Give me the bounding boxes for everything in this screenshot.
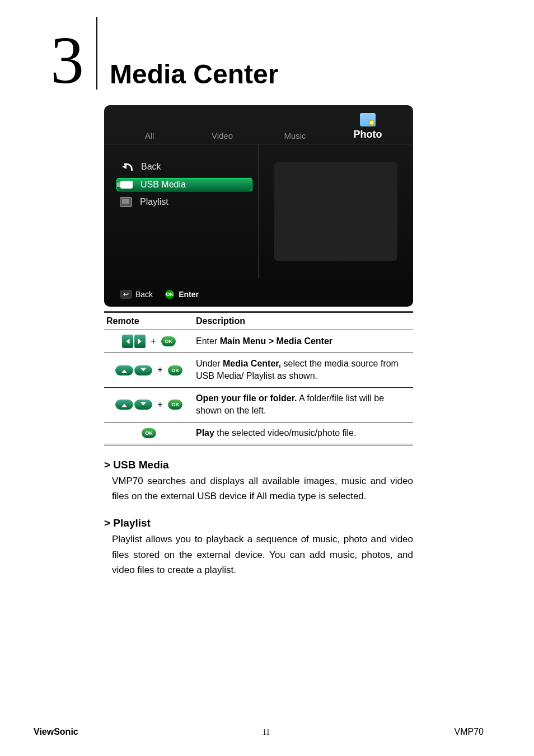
remote-cell: + OK bbox=[104, 353, 194, 388]
remote-description-table: Remote Description + OK Enter Main Menu … bbox=[104, 311, 413, 445]
tab-photo: Photo bbox=[337, 113, 399, 144]
list-item-label: Back bbox=[141, 162, 161, 172]
section-heading: > Playlist bbox=[104, 517, 413, 529]
description-cell: Enter Main Menu > Media Center bbox=[194, 330, 413, 353]
hint-enter-label: Enter bbox=[179, 290, 199, 299]
footer-brand: ViewSonic bbox=[34, 727, 78, 737]
list-item-playlist: Playlist bbox=[120, 197, 252, 207]
list-item-usb-media: USB Media bbox=[116, 178, 252, 191]
section-playlist: > Playlist Playlist allows you to playba… bbox=[104, 517, 413, 577]
table-row: OK Play the selected video/music/photo f… bbox=[104, 422, 413, 444]
remote-left-icon bbox=[122, 335, 133, 348]
list-item-label: Playlist bbox=[140, 197, 168, 207]
remote-ok-icon: OK bbox=[161, 336, 176, 346]
chapter-number: 3 bbox=[50, 27, 84, 94]
remote-down-icon bbox=[134, 365, 152, 375]
remote-ok-icon: OK bbox=[168, 400, 182, 410]
list-item-back: Back bbox=[120, 161, 252, 172]
tab-photo-label: Photo bbox=[354, 129, 382, 140]
remote-down-icon bbox=[134, 400, 152, 410]
description-cell: Under Media Center, select the media sou… bbox=[194, 353, 413, 388]
remote-ok-icon: OK bbox=[168, 365, 182, 375]
onscreen-hints: Back OK Enter bbox=[120, 290, 199, 299]
plus-sign: + bbox=[157, 398, 162, 411]
hint-back: Back bbox=[120, 290, 153, 299]
remote-up-icon bbox=[115, 400, 133, 410]
remote-cell: OK bbox=[104, 422, 194, 444]
hint-enter: OK Enter bbox=[165, 290, 199, 299]
usb-icon bbox=[120, 181, 133, 189]
page-footer: ViewSonic 11 VMP70 bbox=[0, 727, 534, 737]
col-header-description: Description bbox=[194, 312, 413, 330]
plus-sign: + bbox=[151, 335, 156, 348]
hint-back-label: Back bbox=[135, 290, 153, 299]
description-cell: Open your file or folder. A folder/file … bbox=[194, 387, 413, 422]
remote-cell: + OK bbox=[104, 387, 194, 422]
chapter-header: 3 Media Center bbox=[50, 17, 467, 94]
tab-video: Video bbox=[191, 131, 253, 144]
remote-right-icon bbox=[134, 335, 146, 348]
remote-up-icon bbox=[115, 365, 133, 375]
media-tabs: All Video Music Photo bbox=[104, 105, 413, 144]
section-heading: > USB Media bbox=[104, 459, 413, 471]
remote-cell: + OK bbox=[104, 330, 194, 353]
col-header-remote: Remote bbox=[104, 312, 194, 330]
table-row: + OK Enter Main Menu > Media Center bbox=[104, 330, 413, 353]
ok-pill-icon: OK bbox=[165, 290, 174, 299]
chapter-divider bbox=[96, 17, 97, 90]
preview-box bbox=[274, 162, 397, 261]
chapter-title: Media Center bbox=[110, 59, 278, 90]
hint-back-icon bbox=[120, 290, 132, 299]
media-center-screenshot: All Video Music Photo Back USB Media bbox=[104, 105, 413, 307]
section-body: Playlist allows you to playback a sequen… bbox=[104, 532, 413, 577]
table-row: + OK Open your file or folder. A folder/… bbox=[104, 387, 413, 422]
section-body: VMP70 searches and displays all availabl… bbox=[104, 473, 413, 504]
plus-sign: + bbox=[157, 364, 162, 376]
section-usb-media: > USB Media VMP70 searches and displays … bbox=[104, 459, 413, 504]
source-list: Back USB Media Playlist bbox=[104, 144, 259, 279]
footer-model: VMP70 bbox=[455, 727, 484, 737]
tab-music: Music bbox=[264, 131, 326, 144]
description-cell: Play the selected video/music/photo file… bbox=[194, 422, 413, 444]
list-item-label: USB Media bbox=[140, 180, 186, 190]
remote-ok-icon: OK bbox=[142, 428, 156, 438]
table-row: + OK Under Media Center, select the medi… bbox=[104, 353, 413, 388]
footer-page-number: 11 bbox=[263, 728, 270, 737]
tab-all: All bbox=[119, 131, 180, 144]
preview-pane bbox=[259, 144, 413, 279]
back-arrow-icon bbox=[120, 161, 133, 172]
playlist-icon bbox=[120, 197, 132, 207]
photo-icon bbox=[360, 113, 376, 126]
